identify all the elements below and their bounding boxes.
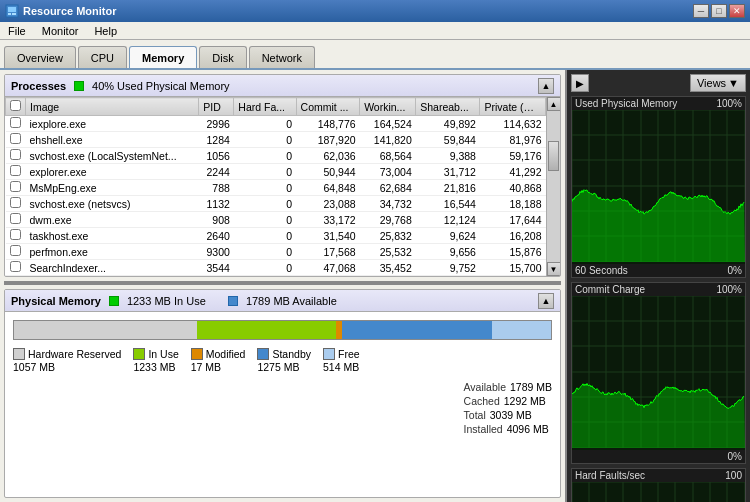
col-checkbox[interactable] [6, 98, 26, 116]
row-image: iexplore.exe [26, 116, 199, 132]
col-hard[interactable]: Hard Fa... [234, 98, 296, 116]
row-cb[interactable] [6, 196, 26, 212]
row-commit: 187,920 [296, 132, 360, 148]
row-image: SearchIndexer... [26, 260, 199, 276]
row-checkbox-8[interactable] [10, 245, 21, 256]
row-cb[interactable] [6, 212, 26, 228]
stat-total: Total 3039 MB [464, 409, 552, 421]
row-cb[interactable] [6, 180, 26, 196]
table-row[interactable]: svchost.exe (netsvcs) 1132 0 23,088 34,7… [6, 196, 546, 212]
row-private: 15,876 [480, 244, 546, 260]
table-row[interactable]: perfmon.exe 9300 0 17,568 25,532 9,656 1… [6, 244, 546, 260]
processes-scrollbar[interactable]: ▲ ▼ [546, 97, 560, 276]
col-working[interactable]: Workin... [360, 98, 416, 116]
row-checkbox-3[interactable] [10, 165, 21, 176]
row-pid: 2996 [199, 116, 234, 132]
window: Resource Monitor ─ □ ✕ File Monitor Help… [0, 0, 750, 502]
tab-memory[interactable]: Memory [129, 46, 197, 68]
inuse-label: 1233 MB In Use [127, 295, 206, 307]
col-private[interactable]: Private (… [480, 98, 546, 116]
row-commit: 23,088 [296, 196, 360, 212]
row-cb[interactable] [6, 228, 26, 244]
table-row[interactable]: iexplore.exe 2996 0 148,776 164,524 49,8… [6, 116, 546, 132]
graph2-title: Commit Charge [575, 284, 645, 295]
col-image[interactable]: Image [26, 98, 199, 116]
row-checkbox-9[interactable] [10, 261, 21, 272]
tab-cpu[interactable]: CPU [78, 46, 127, 68]
row-checkbox-6[interactable] [10, 213, 21, 224]
row-cb[interactable] [6, 116, 26, 132]
table-row[interactable]: explorer.exe 2244 0 50,944 73,004 31,712… [6, 164, 546, 180]
close-button[interactable]: ✕ [729, 4, 745, 18]
row-cb[interactable] [6, 132, 26, 148]
scroll-up-btn[interactable]: ▲ [547, 97, 561, 111]
table-row[interactable]: dwm.exe 908 0 33,172 29,768 12,124 17,64… [6, 212, 546, 228]
col-pid[interactable]: PID [199, 98, 234, 116]
menu-monitor[interactable]: Monitor [38, 24, 83, 38]
row-hard: 0 [234, 196, 296, 212]
minimize-button[interactable]: ─ [693, 4, 709, 18]
menu-help[interactable]: Help [90, 24, 121, 38]
tab-network[interactable]: Network [249, 46, 315, 68]
nav-back-button[interactable]: ▶ [571, 74, 589, 92]
row-cb[interactable] [6, 148, 26, 164]
processes-collapse-btn[interactable]: ▲ [538, 78, 554, 94]
row-commit: 17,568 [296, 244, 360, 260]
right-top-bar: ▶ Views ▼ [571, 74, 746, 92]
col-shareable[interactable]: Shareab... [416, 98, 480, 116]
tab-disk[interactable]: Disk [199, 46, 246, 68]
views-button[interactable]: Views ▼ [690, 74, 746, 92]
row-hard: 0 [234, 116, 296, 132]
menu-file[interactable]: File [4, 24, 30, 38]
divider-horizontal[interactable] [4, 281, 561, 285]
col-commit[interactable]: Commit ... [296, 98, 360, 116]
row-pid: 2640 [199, 228, 234, 244]
row-working: 25,532 [360, 244, 416, 260]
row-shareable: 9,388 [416, 148, 480, 164]
row-commit: 62,036 [296, 148, 360, 164]
table-row[interactable]: MsMpEng.exe 788 0 64,848 62,684 21,816 4… [6, 180, 546, 196]
maximize-button[interactable]: □ [711, 4, 727, 18]
app-icon [5, 4, 19, 18]
row-cb[interactable] [6, 164, 26, 180]
stat-total-value: 3039 MB [490, 409, 532, 421]
select-all-checkbox[interactable] [10, 100, 21, 111]
row-private: 40,868 [480, 180, 546, 196]
table-row[interactable]: svchost.exe (LocalSystemNet... 1056 0 62… [6, 148, 546, 164]
scroll-down-btn[interactable]: ▼ [547, 262, 561, 276]
row-checkbox-5[interactable] [10, 197, 21, 208]
row-image: ehshell.exe [26, 132, 199, 148]
legend-standby: Standby 1275 MB [257, 348, 311, 373]
row-cb[interactable] [6, 260, 26, 276]
table-row[interactable]: taskhost.exe 2640 0 31,540 25,832 9,624 … [6, 228, 546, 244]
scroll-track[interactable] [547, 111, 560, 262]
row-checkbox-2[interactable] [10, 149, 21, 160]
title-bar: Resource Monitor ─ □ ✕ [0, 0, 750, 22]
graph1-title: Used Physical Memory [575, 98, 677, 109]
available-label: 1789 MB Available [246, 295, 337, 307]
row-hard: 0 [234, 260, 296, 276]
stat-installed-label: Installed [464, 423, 503, 435]
row-image: perfmon.exe [26, 244, 199, 260]
row-shareable: 9,624 [416, 228, 480, 244]
inuse-dot [109, 296, 119, 306]
row-checkbox-1[interactable] [10, 133, 21, 144]
tab-overview[interactable]: Overview [4, 46, 76, 68]
legend-modified-value: 17 MB [191, 361, 221, 373]
table-row[interactable]: SearchIndexer... 3544 0 47,068 35,452 9,… [6, 260, 546, 276]
row-hard: 0 [234, 212, 296, 228]
physical-collapse-btn[interactable]: ▲ [538, 293, 554, 309]
scroll-thumb[interactable] [548, 141, 559, 171]
stat-cached-value: 1292 MB [504, 395, 546, 407]
row-checkbox-4[interactable] [10, 181, 21, 192]
legend-box-reserved [13, 348, 25, 360]
row-checkbox-7[interactable] [10, 229, 21, 240]
row-shareable: 31,712 [416, 164, 480, 180]
row-cb[interactable] [6, 244, 26, 260]
row-working: 62,684 [360, 180, 416, 196]
row-working: 35,452 [360, 260, 416, 276]
row-checkbox-0[interactable] [10, 117, 21, 128]
memory-stats: Available 1789 MB Cached 1292 MB Total 3… [5, 377, 560, 439]
table-row[interactable]: ehshell.exe 1284 0 187,920 141,820 59,84… [6, 132, 546, 148]
right-panel: ▶ Views ▼ Used Physical Memory 100% 60 S… [565, 70, 750, 502]
